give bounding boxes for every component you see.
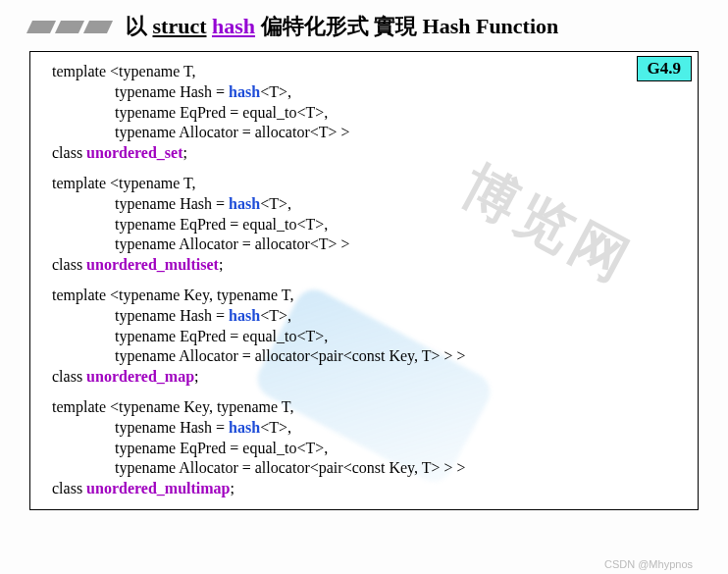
class-name: unordered_multiset [86, 256, 219, 273]
code-line: typename Allocator = allocator<pair<cons… [52, 458, 676, 479]
code-line: typename Hash = hash<T>, [52, 194, 676, 215]
title-prefix: 以 [126, 14, 153, 38]
hash-keyword: hash [229, 307, 260, 324]
hash-keyword: hash [229, 419, 260, 436]
code-line: typename Hash = hash<T>, [52, 306, 676, 327]
code-line: typename EqPred = equal_to<T>, [52, 215, 676, 235]
code-line: template <typename T, [52, 174, 676, 194]
code-line: typename Allocator = allocator<T> > [52, 123, 676, 143]
title-hash: hash [212, 14, 255, 38]
code-line: template <typename Key, typename T, [52, 286, 676, 306]
code-content: template <typename T, typename Hash = ha… [52, 62, 676, 499]
code-line: template <typename T, [52, 62, 676, 82]
class-name: unordered_set [86, 144, 182, 161]
bar-icon [83, 21, 113, 33]
code-line: typename Hash = hash<T>, [52, 418, 676, 439]
template-block: template <typename T, typename Hash = ha… [52, 174, 676, 276]
template-block: template <typename Key, typename T, type… [52, 397, 676, 499]
code-line: typename Allocator = allocator<T> > [52, 235, 676, 255]
hash-keyword: hash [229, 195, 260, 212]
hash-keyword: hash [229, 83, 260, 100]
credit-text: CSDN @Mhypnos [604, 558, 693, 570]
code-line: typename EqPred = equal_to<T>, [52, 439, 676, 459]
code-box: G4.9 博览网 template <typename T, typename … [29, 51, 699, 510]
class-name: unordered_multimap [86, 480, 230, 496]
bar-icon [26, 21, 56, 33]
code-line: class unordered_map; [52, 367, 676, 388]
template-block: template <typename T, typename Hash = ha… [52, 62, 676, 164]
code-line: template <typename Key, typename T, [52, 397, 676, 418]
title-struct: struct [153, 14, 207, 38]
template-block: template <typename Key, typename T, type… [52, 286, 676, 388]
code-line: typename EqPred = equal_to<T>, [52, 103, 676, 124]
page-title: 以 struct hash 偏特化形式 實現 Hash Function [126, 12, 558, 41]
code-line: typename Allocator = allocator<pair<cons… [52, 346, 676, 367]
code-line: class unordered_multimap; [52, 479, 676, 499]
title-row: 以 struct hash 偏特化形式 實現 Hash Function [29, 12, 699, 41]
bar-icon [55, 21, 84, 33]
title-suffix: 偏特化形式 實現 Hash Function [255, 14, 558, 38]
code-line: typename EqPred = equal_to<T>, [52, 327, 676, 347]
code-line: class unordered_set; [52, 143, 676, 164]
code-line: class unordered_multiset; [52, 255, 676, 276]
class-name: unordered_map [86, 368, 194, 385]
code-line: typename Hash = hash<T>, [52, 82, 676, 103]
decorative-bars [29, 21, 110, 33]
